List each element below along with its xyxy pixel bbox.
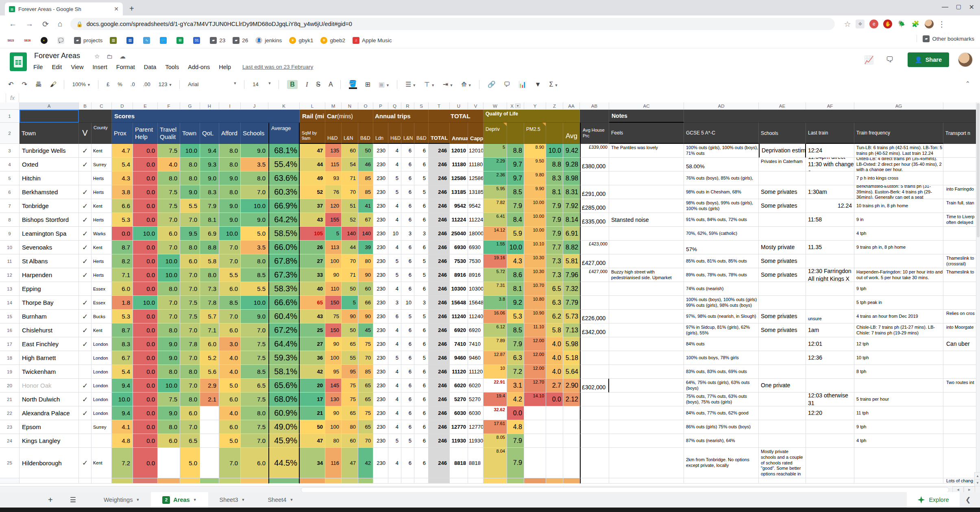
cell-qol-avg-23[interactable] (563, 420, 580, 434)
column-header-AC[interactable]: AC (609, 102, 684, 110)
cell-trips-ln-3[interactable]: 6 (401, 144, 414, 158)
cell-county-21[interactable]: London (91, 393, 112, 406)
cell-capped-5[interactable]: 12586 (468, 171, 483, 185)
cell-car-hd-3[interactable]: 135 (325, 144, 342, 158)
cell-train-frequency-21[interactable]: 5 trains per hour (854, 393, 943, 406)
cell-partial-I[interactable] (219, 478, 241, 484)
cell-score-e-14[interactable]: 10.0 (133, 296, 158, 310)
reload-icon[interactable]: ⟳ (42, 20, 49, 29)
row-header-1[interactable]: 1 (0, 110, 20, 123)
user-avatar[interactable] (958, 52, 973, 67)
cell-score-j-5[interactable]: 8.0 (241, 171, 268, 185)
cell-car-ln-9[interactable]: 140 (342, 227, 358, 241)
cell-car-ln-17[interactable]: 65 (342, 337, 358, 351)
cell-gcse-19[interactable]: 83% outs, 83% outs, 69% outs (684, 365, 759, 379)
cell-qol-avg-20[interactable]: 2.90 (563, 379, 580, 393)
cell-depriv-9[interactable]: 14.12 (483, 227, 507, 241)
cell-qol-x-14[interactable]: 9.2 (507, 296, 524, 310)
cell-gcse-16[interactable]: 97% in Sidcup, 81% (girls), 62% (girls),… (684, 323, 759, 337)
cell-check-16[interactable]: ✓ (79, 323, 91, 337)
column-header-L[interactable]: L (300, 102, 325, 110)
cell-car-hd-7[interactable]: 120 (325, 199, 342, 213)
cell-sqm-16[interactable]: 25 (300, 323, 325, 337)
bookmark-item[interactable]: ▰23 (210, 37, 225, 44)
cell-partial-Y[interactable] (524, 478, 546, 484)
cell-qol-z-21[interactable]: 0.0 (546, 393, 563, 406)
cell-qol-z-7[interactable]: 7.9 (546, 199, 563, 213)
cell-county-5[interactable]: Herts (91, 171, 112, 185)
cell-total-4[interactable]: 246 (429, 158, 450, 171)
zoom-select[interactable]: 100%▼ (72, 81, 91, 87)
col-label-capped[interactable]: Capped (468, 123, 483, 144)
cell-trips-hd-22[interactable]: 4 (388, 406, 401, 420)
cell-pm25-21[interactable]: 14.10 (524, 393, 546, 406)
cell-schools-note-14[interactable] (759, 296, 806, 310)
vertical-scrollbar[interactable] (976, 102, 980, 486)
cell-average-12[interactable]: 67.3% (268, 268, 300, 282)
cell-rownum-12[interactable]: 12 (0, 268, 20, 282)
cell-town-9[interactable]: Leamington Spa (20, 227, 79, 241)
cell-car-hd-6[interactable]: 76 (325, 185, 342, 199)
cell-capped-8[interactable]: 11224 (468, 213, 483, 227)
cell-score-i-8[interactable]: 9.0 (219, 213, 241, 227)
italic-button[interactable]: I (306, 81, 308, 88)
cell-score-d-18[interactable]: 6.7 (112, 351, 133, 365)
cell-last-train-6[interactable]: 1:30am (806, 185, 854, 199)
cell-check-6[interactable]: ✓ (79, 185, 91, 199)
cell-score-i-12[interactable]: 5.5 (219, 268, 241, 282)
vertical-align-button[interactable]: ⊤▼ (424, 80, 435, 88)
cell-qol-avg-6[interactable]: 8.31 (563, 185, 580, 199)
cell-check-5[interactable] (79, 171, 91, 185)
cell-annual-15[interactable]: 11240 (450, 310, 468, 323)
cell-car-ln-23[interactable]: 80 (342, 420, 358, 434)
cell-partial-F[interactable] (158, 478, 180, 484)
cell-trips-ldn-25[interactable]: 230 (373, 448, 388, 478)
cell-schools-note-22[interactable] (759, 406, 806, 420)
cell-sqm-5[interactable]: 49 (300, 171, 325, 185)
cell-score-i-3[interactable]: 8.0 (219, 144, 241, 158)
cell-transport-note-18[interactable] (943, 351, 976, 365)
cell-trips-bd-15[interactable]: 5 (414, 310, 429, 323)
cell-trips-bd-6[interactable]: 5 (414, 185, 429, 199)
cell-score-h-8[interactable]: 8.1 (200, 213, 219, 227)
cell-check-20[interactable]: ✓ (79, 379, 91, 393)
cell-trips-ldn-11[interactable]: 230 (373, 254, 388, 268)
cell-sqm-21[interactable]: 17 (300, 393, 325, 406)
cell-qol-x-22[interactable]: 0.0 (507, 406, 524, 420)
cell-score-g-18[interactable]: 7.0 (180, 351, 200, 365)
cell-feels-6[interactable] (609, 185, 684, 199)
col-label-transport[interactable]: Transport n (943, 123, 976, 144)
cell-score-i-4[interactable]: 8.0 (219, 158, 241, 171)
cell-score-h-14[interactable]: 7.8 (200, 296, 219, 310)
cell-score-g-24[interactable]: 6.5 (180, 434, 200, 448)
cell-partial-D[interactable] (112, 478, 133, 484)
cell-feels-9[interactable] (609, 227, 684, 241)
cell-score-g-19[interactable]: 8.0 (180, 365, 200, 379)
cell-transport-note-17[interactable]: Can uber (943, 337, 976, 351)
cell-qol-z-16[interactable]: 5.8 (546, 323, 563, 337)
cell-annual-3[interactable]: 12010 (450, 144, 468, 158)
cell-pm25-3[interactable]: 8.90 (524, 144, 546, 158)
cell-average-6[interactable]: 60.3% (268, 185, 300, 199)
cell-trips-hd-18[interactable]: 5 (388, 351, 401, 365)
cell-check-22[interactable]: ✓ (79, 406, 91, 420)
cell-trips-hd-21[interactable]: 4 (388, 393, 401, 406)
cell-score-e-23[interactable]: 0.0 (133, 420, 158, 434)
cell-car-hd-9[interactable]: 5 (325, 227, 342, 241)
cell-score-f-21[interactable]: 7.5 (158, 393, 180, 406)
cell-county-11[interactable]: Herts (91, 254, 112, 268)
cell-rownum-15[interactable]: 15 (0, 310, 20, 323)
col-label-car-ln[interactable]: L&N (342, 123, 358, 144)
cell-trips-hd-10[interactable]: 4 (388, 241, 401, 254)
cell-car-ln-18[interactable]: 55 (342, 351, 358, 365)
cell-rownum-10[interactable]: 10 (0, 241, 20, 254)
cell-qol-x-17[interactable]: 7.9 (507, 337, 524, 351)
cell-house-price-24[interactable] (580, 434, 609, 448)
home-icon[interactable]: ⌂ (58, 20, 62, 28)
cell-transport-note-10[interactable] (943, 241, 976, 254)
cell-score-f-5[interactable]: 8.0 (158, 171, 180, 185)
cell-train-frequency-22[interactable]: 11 tph (854, 406, 943, 420)
cell-house-price-22[interactable] (580, 406, 609, 420)
cell-check-3[interactable]: ✓ (79, 144, 91, 158)
cell-car-ln-3[interactable]: 60 (342, 144, 358, 158)
